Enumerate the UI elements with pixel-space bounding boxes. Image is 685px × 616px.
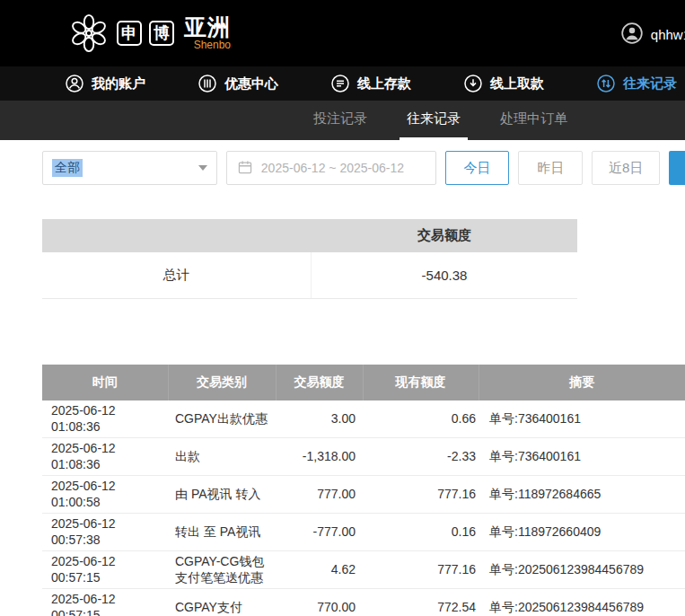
summary-total-row: 总计 -540.38 <box>42 252 577 299</box>
table-row: 2025-06-12 00:57:38转出 至 PA视讯-777.000.16单… <box>42 514 685 551</box>
summary-table: 交易额度 总计 -540.38 <box>42 219 577 299</box>
filter-row: 全部 2025-06-12 ~ 2025-06-12 今日 昨日 近8日 <box>42 151 685 185</box>
content: 全部 2025-06-12 ~ 2025-06-12 今日 昨日 近8日 交易额… <box>0 151 685 616</box>
table-row: 2025-06-12 01:00:58由 PA视讯 转入777.00777.16… <box>42 476 685 514</box>
column-header: 时间 <box>42 365 168 400</box>
table-cell: 2025-06-12 01:00:58 <box>42 476 168 514</box>
logo-subtitle: Shenbo <box>194 40 231 51</box>
user-area[interactable]: qhhw1 <box>620 22 685 48</box>
logo-char-2: 博 <box>149 21 174 46</box>
table-cell: 单号:736400161 <box>479 438 685 476</box>
column-header: 交易额度 <box>276 365 363 400</box>
tab-bet-records[interactable]: 投注记录 <box>306 101 374 140</box>
table-cell: 单号:118972660409 <box>479 514 685 551</box>
table-cell: -2.33 <box>363 438 479 476</box>
top-header: 申 博 亚洲 Shenbo qhhw1 <box>0 0 685 66</box>
table-row: 2025-06-12 00:57:15CGPAY-CG钱包支付笔笔送优惠4.62… <box>42 551 685 589</box>
table-cell: -777.00 <box>276 514 363 551</box>
table-cell: CGPAY-CG钱包支付笔笔送优惠 <box>168 551 276 589</box>
table-cell: 770.00 <box>276 589 363 616</box>
nav-item-label: 我的账户 <box>92 75 145 92</box>
last-8-days-button[interactable]: 近8日 <box>592 151 660 185</box>
column-header: 摘要 <box>479 365 685 400</box>
nav-item-deposit[interactable]: 线上存款 <box>330 74 411 93</box>
nav-item-label: 往来记录 <box>623 75 677 92</box>
logo-region: 亚洲 <box>184 15 231 39</box>
date-range-value: 2025-06-12 ~ 2025-06-12 <box>261 161 404 175</box>
table-row: 2025-06-12 01:08:36出款-1,318.00-2.33单号:73… <box>42 438 685 476</box>
nav-item-withdraw[interactable]: 线上取款 <box>463 74 544 93</box>
table-cell: 0.16 <box>363 514 479 551</box>
type-select[interactable]: 全部 <box>42 151 217 185</box>
withdraw-coin-icon <box>463 74 483 93</box>
transfer-arrows-icon <box>596 74 616 93</box>
deposit-coin-icon <box>330 74 350 93</box>
summary-header-spacer <box>42 219 312 252</box>
table-cell: 出款 <box>168 438 276 476</box>
table-cell: 777.16 <box>363 551 479 589</box>
type-select-value: 全部 <box>52 159 83 177</box>
table-cell: 转出 至 PA视讯 <box>168 514 276 551</box>
yesterday-button[interactable]: 昨日 <box>518 151 583 185</box>
nav-item-label: 线上取款 <box>490 75 544 92</box>
table-cell: 2025-06-12 00:57:15 <box>42 551 168 589</box>
flower-logo-icon <box>68 13 110 54</box>
logo-char-1: 申 <box>117 21 142 46</box>
table-cell: -1,318.00 <box>276 438 363 476</box>
nav-item-label: 线上存款 <box>357 75 411 92</box>
tab-pending-orders[interactable]: 处理中订单 <box>493 101 575 140</box>
avatar-icon <box>620 22 644 48</box>
sub-nav: 投注记录 往来记录 处理中订单 <box>0 101 685 140</box>
nav-item-promotions[interactable]: 优惠中心 <box>198 74 278 93</box>
table-cell: 单号:736400161 <box>479 400 685 438</box>
calendar-icon <box>237 159 253 178</box>
coupon-icon <box>198 74 217 93</box>
summary-total-label: 总计 <box>42 252 312 298</box>
transactions-tbody: 2025-06-12 01:08:36CGPAY出款优惠3.000.66单号:7… <box>42 400 685 616</box>
transactions-table: 时间交易类别交易额度现有额度摘要 2025-06-12 01:08:36CGPA… <box>42 365 685 616</box>
user-icon <box>65 74 84 93</box>
table-cell: 777.16 <box>363 476 479 514</box>
nav-item-label: 优惠中心 <box>224 75 278 92</box>
table-cell: 3.00 <box>276 400 363 438</box>
table-cell: 单号:202506123984456789 <box>479 551 685 589</box>
table-row: 2025-06-12 00:57:15CGPAY支付770.00772.54单号… <box>42 589 685 616</box>
nav-item-transactions[interactable]: 往来记录 <box>596 74 677 93</box>
table-cell: 2025-06-12 01:08:36 <box>42 438 168 476</box>
today-button[interactable]: 今日 <box>445 151 510 185</box>
chevron-down-icon <box>198 165 207 171</box>
table-cell: 单号:118972684665 <box>479 476 685 514</box>
table-cell: 单号:202506123984456789 <box>479 589 685 616</box>
page: 申 博 亚洲 Shenbo qhhw1 <box>0 0 685 616</box>
table-cell: 772.54 <box>363 589 479 616</box>
logo-region-wrap: 亚洲 Shenbo <box>184 15 231 50</box>
table-row: 2025-06-12 01:08:36CGPAY出款优惠3.000.66单号:7… <box>42 400 685 438</box>
table-cell: 4.62 <box>276 551 363 589</box>
username: qhhw1 <box>651 27 685 42</box>
summary-total-value: -540.38 <box>312 252 577 298</box>
nav-item-my-account[interactable]: 我的账户 <box>65 74 145 93</box>
brand-logo[interactable]: 申 博 亚洲 Shenbo <box>68 13 231 54</box>
table-cell: CGPAY支付 <box>168 589 276 616</box>
search-button[interactable] <box>669 151 685 185</box>
column-header: 交易类别 <box>168 365 276 400</box>
main-nav: 我的账户 优惠中心 线上存款 线上取款 <box>0 66 685 101</box>
table-cell: 由 PA视讯 转入 <box>168 476 276 514</box>
table-cell: CGPAY出款优惠 <box>168 400 276 438</box>
summary-header-label: 交易额度 <box>312 219 577 252</box>
table-cell: 2025-06-12 01:08:36 <box>42 400 168 438</box>
table-cell: 2025-06-12 00:57:15 <box>42 589 168 616</box>
table-cell: 2025-06-12 00:57:38 <box>42 514 168 551</box>
tab-transaction-records[interactable]: 往来记录 <box>400 101 468 140</box>
summary-header-row: 交易额度 <box>42 219 577 252</box>
column-header: 现有额度 <box>363 365 479 400</box>
table-cell: 0.66 <box>363 400 479 438</box>
transactions-header-row: 时间交易类别交易额度现有额度摘要 <box>42 365 685 400</box>
table-cell: 777.00 <box>276 476 363 514</box>
date-range-input[interactable]: 2025-06-12 ~ 2025-06-12 <box>226 151 436 185</box>
